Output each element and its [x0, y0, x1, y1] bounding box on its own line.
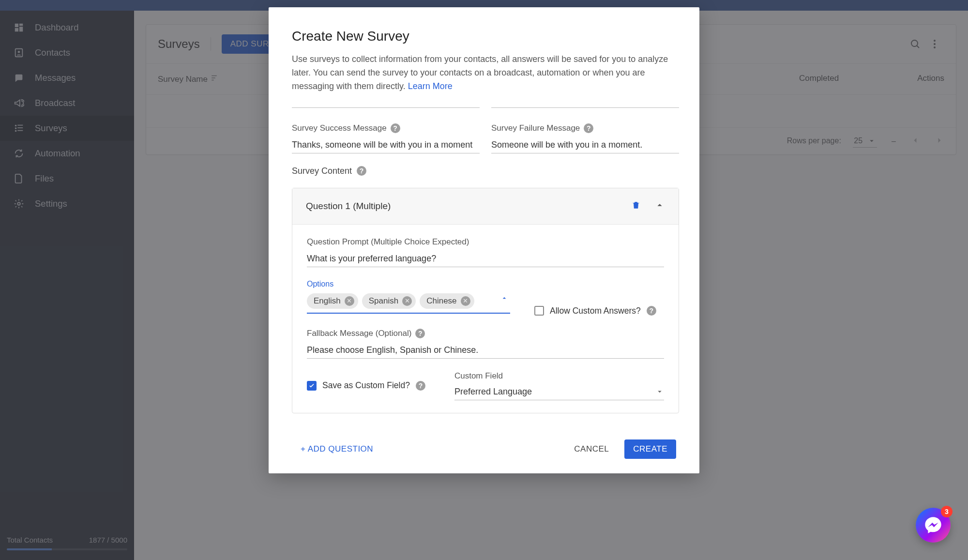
options-label: Options: [307, 280, 664, 288]
modal-title: Create New Survey: [292, 29, 676, 44]
fallback-input[interactable]: [307, 342, 664, 359]
question-header[interactable]: Question 1 (Multiple): [292, 188, 679, 225]
save-custom-field-label: Save as Custom Field?: [322, 380, 410, 391]
remove-chip-button[interactable]: ✕: [345, 296, 354, 306]
remove-chip-button[interactable]: ✕: [461, 296, 470, 306]
allow-custom-label: Allow Custom Answers?: [550, 306, 641, 316]
add-question-button[interactable]: + ADD QUESTION: [292, 439, 382, 459]
custom-field-label: Custom Field: [454, 371, 664, 381]
hidden-field-2[interactable]: [491, 105, 679, 108]
failure-message-label: Survey Failure Message ?: [491, 123, 679, 133]
hidden-field-1[interactable]: [292, 105, 480, 108]
create-button[interactable]: CREATE: [624, 439, 676, 459]
modal-actions: + ADD QUESTION CANCEL CREATE: [292, 425, 676, 459]
check-icon: [308, 382, 315, 389]
messenger-icon: [923, 515, 943, 535]
learn-more-link[interactable]: Learn More: [408, 81, 453, 91]
fallback-label: Fallback Message (Optional) ?: [307, 329, 664, 338]
option-chip: English ✕: [307, 293, 358, 309]
messenger-fab[interactable]: 3: [916, 508, 951, 543]
custom-field-select[interactable]: Preferred Language: [454, 384, 664, 400]
remove-chip-button[interactable]: ✕: [402, 296, 412, 306]
failure-message-input[interactable]: [491, 137, 679, 153]
help-icon[interactable]: ?: [415, 329, 425, 338]
help-icon[interactable]: ?: [391, 123, 400, 133]
save-custom-field-checkbox[interactable]: [307, 381, 317, 391]
caret-down-icon: [655, 387, 664, 396]
option-chip: Spanish ✕: [362, 293, 416, 309]
fab-badge: 3: [941, 506, 953, 517]
help-icon[interactable]: ?: [416, 381, 425, 391]
help-icon[interactable]: ?: [584, 123, 593, 133]
modal-scroll[interactable]: Survey Success Message ? Survey Failure …: [292, 105, 686, 425]
success-message-label: Survey Success Message ?: [292, 123, 480, 133]
question-prompt-input[interactable]: [307, 251, 664, 267]
delete-question-button[interactable]: [631, 200, 641, 212]
chevron-up-icon: [654, 200, 665, 211]
options-chips-input[interactable]: English ✕ Spanish ✕ Chinese ✕: [307, 293, 510, 314]
question-title: Question 1 (Multiple): [306, 201, 631, 212]
caret-up-icon[interactable]: [500, 294, 508, 304]
allow-custom-checkbox[interactable]: [534, 306, 544, 316]
cancel-button[interactable]: CANCEL: [565, 439, 618, 459]
question-prompt-label: Question Prompt (Multiple Choice Expecte…: [307, 237, 664, 247]
option-chip: Chinese ✕: [420, 293, 474, 309]
collapse-question-button[interactable]: [654, 200, 665, 212]
success-message-input[interactable]: [292, 137, 480, 153]
question-body: Question Prompt (Multiple Choice Expecte…: [292, 225, 679, 413]
question-card: Question 1 (Multiple) Question Prompt (M…: [292, 188, 679, 413]
survey-content-label: Survey Content ?: [292, 166, 679, 176]
create-survey-modal: Create New Survey Use surveys to collect…: [269, 7, 699, 473]
trash-icon: [631, 200, 641, 210]
help-icon[interactable]: ?: [357, 166, 366, 176]
help-icon[interactable]: ?: [647, 306, 656, 316]
modal-description: Use surveys to collect information from …: [292, 53, 676, 93]
